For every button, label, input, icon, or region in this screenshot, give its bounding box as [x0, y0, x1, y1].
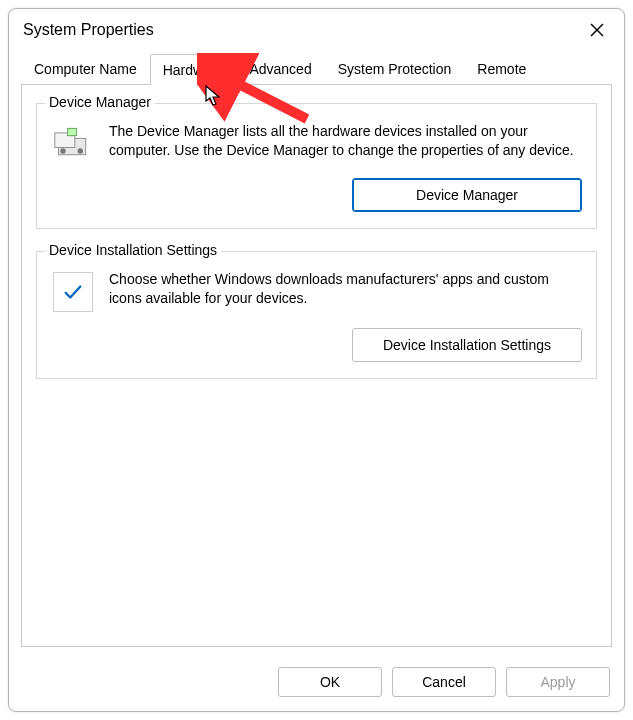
install-settings-icon-box [51, 270, 95, 312]
tab-strip: Computer Name Hardware Advanced System P… [9, 49, 624, 84]
install-settings-button[interactable]: Device Installation Settings [352, 328, 582, 362]
check-icon [62, 281, 84, 303]
dialog-footer: OK Cancel Apply [9, 657, 624, 711]
svg-point-5 [78, 148, 83, 153]
titlebar: System Properties [9, 9, 624, 49]
device-manager-button[interactable]: Device Manager [352, 178, 582, 212]
legend-device-manager: Device Manager [45, 94, 155, 110]
window-title: System Properties [23, 21, 154, 39]
install-settings-description: Choose whether Windows downloads manufac… [109, 270, 582, 308]
apply-button: Apply [506, 667, 610, 697]
svg-point-4 [60, 148, 65, 153]
ok-button[interactable]: OK [278, 667, 382, 697]
device-manager-icon [51, 122, 95, 162]
legend-install-settings: Device Installation Settings [45, 242, 221, 258]
close-icon [590, 23, 604, 37]
group-install-settings: Device Installation Settings Choose whet… [36, 251, 597, 379]
tab-system-protection[interactable]: System Protection [325, 53, 465, 84]
tab-pane-hardware: Device Manager The Device Manager lists … [21, 84, 612, 647]
close-button[interactable] [580, 17, 614, 43]
device-manager-description: The Device Manager lists all the hardwar… [109, 122, 582, 160]
tab-computer-name[interactable]: Computer Name [21, 53, 150, 84]
cancel-button[interactable]: Cancel [392, 667, 496, 697]
tab-advanced[interactable]: Advanced [236, 53, 324, 84]
svg-rect-6 [68, 128, 77, 135]
system-properties-dialog: System Properties Computer Name Hardware… [8, 8, 625, 712]
tab-remote[interactable]: Remote [464, 53, 539, 84]
tab-hardware[interactable]: Hardware [150, 54, 237, 85]
group-device-manager: Device Manager The Device Manager lists … [36, 103, 597, 229]
